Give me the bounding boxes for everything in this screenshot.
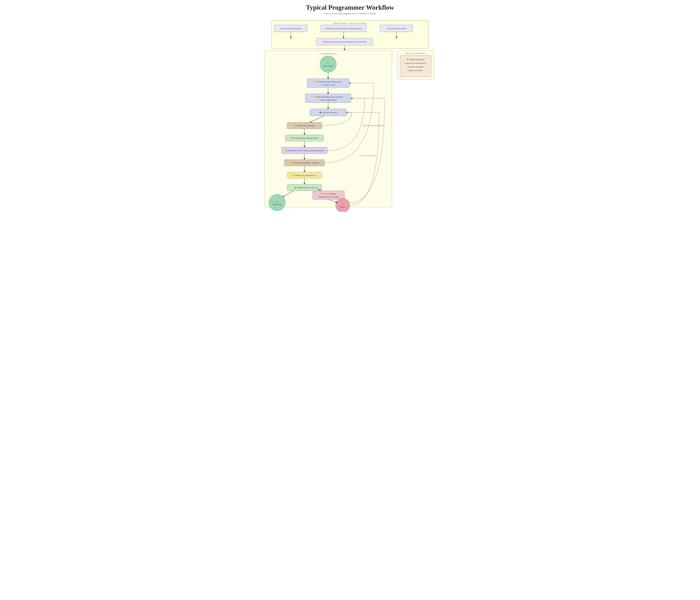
self-test-label: 😊 Self test the prototype (294, 124, 315, 127)
refine-code-label: 😓 Refine the code & make it production r… (285, 149, 324, 152)
dev-process-label: Development Process (319, 52, 337, 55)
user-unhappy-line1: 😤 User is unhappy, (321, 192, 337, 195)
end-label: End of task (273, 203, 282, 205)
plan-design-box (305, 94, 351, 103)
iterate-label: iterate on the code (361, 154, 376, 157)
start-circle (320, 56, 336, 72)
misc-content-2: System error & downtime / (405, 62, 427, 64)
back-to-board-label: back to the drawing board (363, 124, 384, 127)
planning-center: Discussing, planning, and negotiating wh… (323, 41, 367, 43)
option-debt: Work on technical debt (387, 27, 406, 29)
page-subtitle: Start to end of task, happens across a w… (253, 12, 447, 15)
deploy-label: 😓 Deploy into production !!! (292, 174, 317, 177)
choose-tools-line2: to achieve a task (322, 84, 335, 86)
user-unhappy-line2: requirements are changed (319, 196, 339, 198)
misc-content-3: Customer complains / (407, 66, 425, 68)
end-circle (269, 194, 285, 211)
plan-design-line1: 🤔 Plan and design a new subsytem (314, 96, 343, 98)
req-met-label: 😄 Requirements are met (294, 186, 315, 189)
code-prototype-label: 😎 code the prototype (319, 111, 337, 114)
page-title: Typical Programmer Workflow (253, 4, 447, 11)
option-requirements: Get new user requirements (280, 27, 301, 29)
failure-label: Failure (340, 206, 346, 208)
found-good-label: 😊 Found good working prototype (291, 137, 319, 139)
misc-label: Misc work / Distractions (406, 52, 425, 54)
end-emoji: 😄 (276, 200, 278, 203)
workflow-diagram: Project Planning \w your project manager… (253, 19, 447, 212)
option-improve: Found a new way to improve existing proc… (325, 27, 362, 29)
misc-content-1: 😤 Endless meetings / (406, 58, 425, 61)
test-users-label: 😊 Test with user groups / teamates (290, 161, 319, 164)
failure-emoji: 😢 (342, 203, 344, 205)
misc-content-4: Other work duties (408, 69, 423, 72)
choose-tools-line1: 🤔 Choose among various tools (315, 80, 341, 83)
project-planning-label: Project Planning \w your project manager (333, 22, 367, 24)
start-label: Start of task (323, 65, 333, 67)
plan-design-line2: to meet requirements (320, 99, 337, 101)
diagram-container: Project Planning \w your project manager… (253, 19, 447, 212)
choose-tools-box (307, 79, 349, 87)
user-unhappy-box (312, 191, 345, 200)
start-emoji: 😊 (327, 61, 330, 64)
